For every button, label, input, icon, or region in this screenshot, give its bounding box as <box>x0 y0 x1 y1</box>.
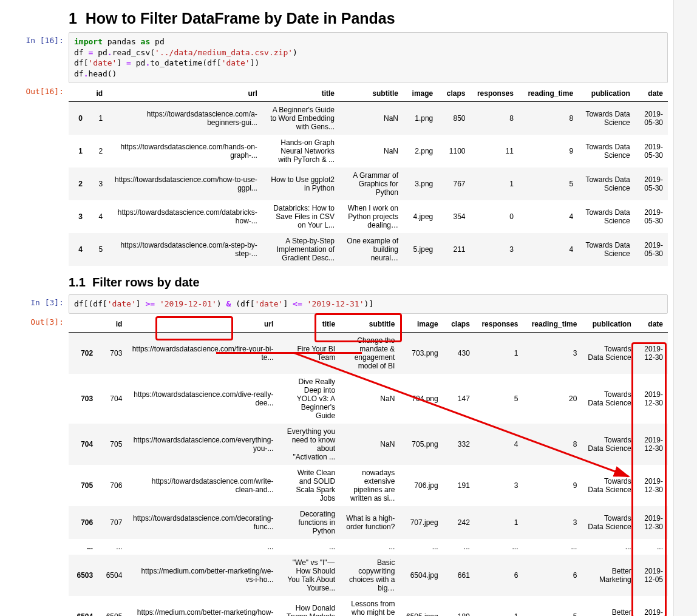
prompt-in-2: In [3]: <box>0 294 69 307</box>
column-header <box>69 316 98 333</box>
table-cell: 3.png <box>403 168 438 200</box>
table-cell: 5.jpeg <box>403 233 438 266</box>
table-cell: Better Marketing <box>582 596 636 616</box>
table-cell: 704 <box>98 374 127 424</box>
table-cell: Write Clean and SOLID Scala Spark Jobs <box>278 465 340 506</box>
column-header: claps <box>438 86 470 102</box>
table-cell: 6 <box>475 555 523 596</box>
table-cell: NaN <box>340 374 399 424</box>
table-cell: ... <box>69 539 98 555</box>
column-header: reading_time <box>523 316 582 333</box>
table-cell: 707 <box>98 506 127 539</box>
code-block-2[interactable]: df[(df['date'] >= '2019-12-01') & (df['d… <box>69 294 668 314</box>
table-cell: https://towardsdatascience.com/databrick… <box>107 200 262 233</box>
table-cell: 2019-05-30 <box>635 168 668 200</box>
table-cell: Lessons from who might be the most popul… <box>340 596 399 616</box>
table-cell: 3 <box>471 233 518 266</box>
table-cell: Towards Data Science <box>578 200 635 233</box>
table-cell: 5 <box>518 168 578 200</box>
table-cell: 147 <box>443 374 475 424</box>
table-row: 34https://towardsdatascience.com/databri… <box>69 200 668 233</box>
table-cell: 6504 <box>69 596 98 616</box>
table-cell: ... <box>127 539 278 555</box>
table-cell: A Beginner's Guide to Word Embedding wit… <box>262 102 339 135</box>
table-cell: 767 <box>438 168 470 200</box>
table-cell: Decorating functions in Python <box>278 506 340 539</box>
table-cell: 705.png <box>399 424 443 465</box>
column-header: url <box>127 316 278 333</box>
table-cell: 1 <box>87 102 107 135</box>
table-cell: 6505 <box>98 596 127 616</box>
prompt-empty-2 <box>0 266 69 269</box>
table-cell: 4 <box>69 233 87 266</box>
code-block-1[interactable]: import pandas as pd df = pd.read_csv('..… <box>69 32 668 83</box>
table-cell: 3 <box>87 168 107 200</box>
column-header: url <box>107 86 262 102</box>
table-row: 704705https://towardsdatascience.com/eve… <box>69 424 668 465</box>
column-header: id <box>87 86 107 102</box>
markdown-cell-heading1: 1 How to Filter DataFrame by Date in Pan… <box>0 0 697 32</box>
table-cell: Change the mandate & engagement model of… <box>340 332 399 374</box>
table-cell: 1 <box>69 135 87 168</box>
table-cell: 2019-12-30 <box>636 424 668 465</box>
prompt-out-2: Out[3]: <box>0 314 69 327</box>
table-cell: 2019-12-30 <box>636 374 668 424</box>
table-cell: 3 <box>475 465 523 506</box>
table-cell: 2 <box>69 168 87 200</box>
column-header: reading_time <box>518 86 578 102</box>
table-cell: 189 <box>443 596 475 616</box>
table-cell: 2019-12-30 <box>636 465 668 506</box>
table-cell: 703.png <box>399 332 443 374</box>
table-cell: A Step-by-Step Implementation of Gradien… <box>262 233 339 266</box>
table-cell: 704.png <box>399 374 443 424</box>
table-cell: 11 <box>471 135 518 168</box>
table-cell: Better Marketing <box>582 555 636 596</box>
table-cell: 5 <box>523 596 582 616</box>
markdown-cell-heading2: 1.1 Filter rows by date <box>0 266 697 294</box>
table-cell: 706.jpg <box>399 465 443 506</box>
table-cell: One example of building neural… <box>339 233 403 266</box>
table-cell: Towards Data Science <box>582 465 636 506</box>
table-cell: 705 <box>69 465 98 506</box>
table-cell: 3 <box>69 200 87 233</box>
table-cell: 211 <box>438 233 470 266</box>
code-cell-1-input: In [16]: import pandas as pd df = pd.rea… <box>0 32 697 83</box>
table-cell: ... <box>475 539 523 555</box>
table-cell: Towards Data Science <box>578 135 635 168</box>
table-cell: 6504 <box>98 555 127 596</box>
table-row: 12https://towardsdatascience.com/hands-o… <box>69 135 668 168</box>
table-cell: https://medium.com/better-marketing/we-v… <box>127 555 278 596</box>
column-header: subtitle <box>340 316 399 333</box>
column-header: image <box>403 86 438 102</box>
table-cell: ... <box>636 539 668 555</box>
table-cell: 706 <box>98 465 127 506</box>
table-cell: nowadays extensive pipelines are written… <box>340 465 399 506</box>
table-row: 65046505https://medium.com/better-market… <box>69 596 668 616</box>
table-cell: https://towardsdatascience.com/dive-real… <box>127 374 278 424</box>
table-cell: Fire Your BI Team <box>278 332 340 374</box>
table-cell: 2019-12-30 <box>636 506 668 539</box>
table-cell: 704 <box>69 424 98 465</box>
table-cell: Hands-on Graph Neural Networks with PyTo… <box>262 135 339 168</box>
table-cell: 2 <box>87 135 107 168</box>
table-cell: ... <box>340 539 399 555</box>
table-cell: 430 <box>443 332 475 374</box>
table-cell: 2019-12-05 <box>636 555 668 596</box>
table-cell: ... <box>443 539 475 555</box>
table-cell: https://towardsdatascience.com/write-cle… <box>127 465 278 506</box>
code-cell-1-output: Out[16]: idurltitlesubtitleimageclapsres… <box>0 83 697 266</box>
table-cell: 8 <box>471 102 518 135</box>
table-cell: 661 <box>443 555 475 596</box>
table-cell: 5 <box>87 233 107 266</box>
column-header: date <box>635 86 668 102</box>
table-cell: Towards Data Science <box>578 102 635 135</box>
table-cell: 4.jpeg <box>403 200 438 233</box>
table-cell: 703 <box>98 332 127 374</box>
table-cell: 8 <box>523 424 582 465</box>
table-row: 01https://towardsdatascience.com/a-begin… <box>69 102 668 135</box>
table-cell: 9 <box>523 465 582 506</box>
table-row: 705706https://towardsdatascience.com/wri… <box>69 465 668 506</box>
table-cell: 0 <box>69 102 87 135</box>
table-cell: 705 <box>98 424 127 465</box>
table-cell: ... <box>399 539 443 555</box>
